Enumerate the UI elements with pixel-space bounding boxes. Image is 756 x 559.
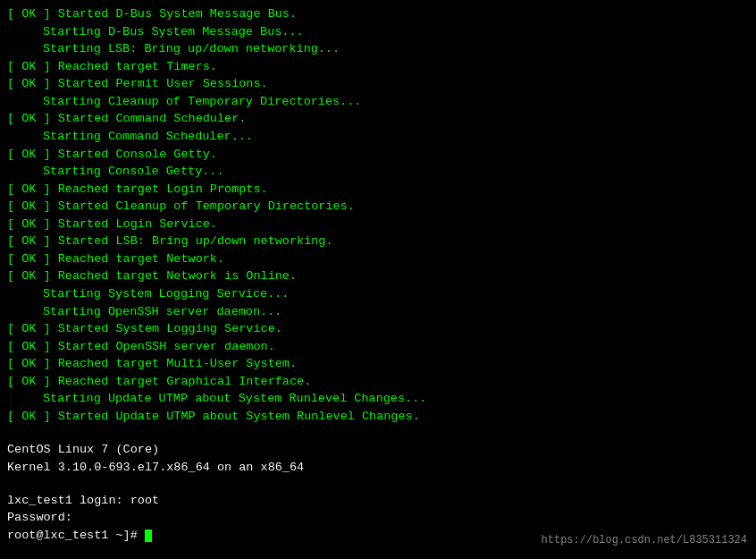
terminal-line: [ OK ] Started Login Service. (7, 216, 749, 233)
ok-bracket: [ OK ] (7, 233, 51, 250)
line-message: Started Command Scheduler. (51, 110, 247, 128)
line-message: Starting Cleanup of Temporary Directorie… (7, 93, 361, 111)
terminal-line: [ OK ] Started OpenSSH server daemon. (7, 338, 749, 356)
terminal: [ OK ] Started D-Bus System Message Bus.… (0, 0, 756, 559)
terminal-line: [ OK ] Started LSB: Bring up/down networ… (7, 233, 749, 250)
line-message: Starting D-Bus System Message Bus... (7, 23, 304, 41)
terminal-line (7, 476, 749, 492)
line-message: Starting Command Scheduler... (7, 128, 253, 146)
terminal-line: Starting Console Getty... (7, 163, 749, 181)
line-message: Started Login Service. (51, 216, 217, 233)
terminal-line (7, 426, 749, 442)
terminal-line: [ OK ] Started Command Scheduler. (7, 110, 749, 128)
watermark: https://blog.csdn.net/L835311324 (542, 533, 747, 548)
ok-bracket: [ OK ] (7, 250, 51, 268)
ok-bracket: [ OK ] (7, 5, 51, 23)
ok-bracket: [ OK ] (7, 110, 51, 128)
line-message: Reached target Graphical Interface. (51, 373, 312, 391)
ok-bracket: [ OK ] (7, 373, 51, 391)
line-message: Starting Update UTMP about System Runlev… (7, 390, 426, 408)
terminal-line: Kernel 3.10.0-693.el7.x86_64 on an x86_6… (7, 459, 749, 477)
terminal-line: [ OK ] Started Permit User Sessions. (7, 75, 749, 93)
prompt-text: root@lxc_test1 ~]# (7, 527, 145, 545)
terminal-line: Starting System Logging Service... (7, 285, 749, 303)
ok-bracket: [ OK ] (7, 181, 51, 199)
ok-bracket: [ OK ] (7, 146, 51, 164)
line-message: Started OpenSSH server daemon. (51, 338, 275, 356)
terminal-line: [ OK ] Started Console Getty. (7, 146, 749, 164)
terminal-line: [ OK ] Reached target Graphical Interfac… (7, 373, 749, 391)
ok-bracket: [ OK ] (7, 216, 51, 233)
ok-bracket: [ OK ] (7, 320, 51, 338)
terminal-line: [ OK ] Reached target Timers. (7, 58, 749, 76)
line-message: Reached target Multi-User System. (51, 355, 297, 373)
line-message: Started LSB: Bring up/down networking. (51, 233, 333, 250)
terminal-line: [ OK ] Reached target Login Prompts. (7, 181, 749, 199)
ok-bracket: [ OK ] (7, 198, 51, 216)
line-message: Reached target Timers. (51, 58, 217, 76)
line-message: Starting System Logging Service... (7, 285, 289, 303)
line-message: Starting LSB: Bring up/down networking..… (7, 40, 340, 58)
terminal-line: [ OK ] Started System Logging Service. (7, 320, 749, 338)
line-message: Reached target Network is Online. (51, 267, 297, 285)
line-message: CentOS Linux 7 (Core) (7, 441, 159, 459)
terminal-line: Starting D-Bus System Message Bus... (7, 23, 749, 41)
line-message: Started D-Bus System Message Bus. (51, 5, 297, 23)
terminal-line: [ OK ] Started D-Bus System Message Bus. (7, 5, 749, 23)
password-line: Password: (7, 509, 72, 527)
line-message: Started Permit User Sessions. (51, 75, 268, 93)
terminal-line: [ OK ] Started Update UTMP about System … (7, 408, 749, 426)
line-message: Reached target Login Prompts. (51, 181, 268, 199)
line-message: Starting Console Getty... (7, 163, 224, 181)
line-message: Started System Logging Service. (51, 320, 282, 338)
line-message: Started Console Getty. (51, 146, 217, 164)
login-line: lxc_test1 login: root (7, 492, 159, 510)
terminal-line: [ OK ] Reached target Network. (7, 250, 749, 268)
terminal-line: Starting Command Scheduler... (7, 128, 749, 146)
ok-bracket: [ OK ] (7, 75, 51, 93)
line-message: Kernel 3.10.0-693.el7.x86_64 on an x86_6… (7, 459, 304, 477)
ok-bracket: [ OK ] (7, 267, 51, 285)
cursor (145, 529, 152, 542)
terminal-line: Password: (7, 509, 749, 527)
line-message: Reached target Network. (51, 250, 224, 268)
ok-bracket: [ OK ] (7, 58, 51, 76)
ok-bracket: [ OK ] (7, 338, 51, 356)
terminal-line: Starting LSB: Bring up/down networking..… (7, 40, 749, 58)
ok-bracket: [ OK ] (7, 355, 51, 373)
terminal-line: [ OK ] Started Cleanup of Temporary Dire… (7, 198, 749, 216)
terminal-line: Starting Cleanup of Temporary Directorie… (7, 93, 749, 111)
terminal-line: [ OK ] Reached target Network is Online. (7, 267, 749, 285)
line-message: Starting OpenSSH server daemon... (7, 303, 281, 321)
ok-bracket: [ OK ] (7, 408, 51, 426)
terminal-line: Starting Update UTMP about System Runlev… (7, 390, 749, 408)
terminal-line: lxc_test1 login: root (7, 492, 749, 510)
terminal-line: CentOS Linux 7 (Core) (7, 441, 749, 459)
terminal-line: [ OK ] Reached target Multi-User System. (7, 355, 749, 373)
line-message: Started Cleanup of Temporary Directories… (51, 198, 355, 216)
terminal-line: Starting OpenSSH server daemon... (7, 303, 749, 321)
line-message: Started Update UTMP about System Runleve… (51, 408, 420, 426)
